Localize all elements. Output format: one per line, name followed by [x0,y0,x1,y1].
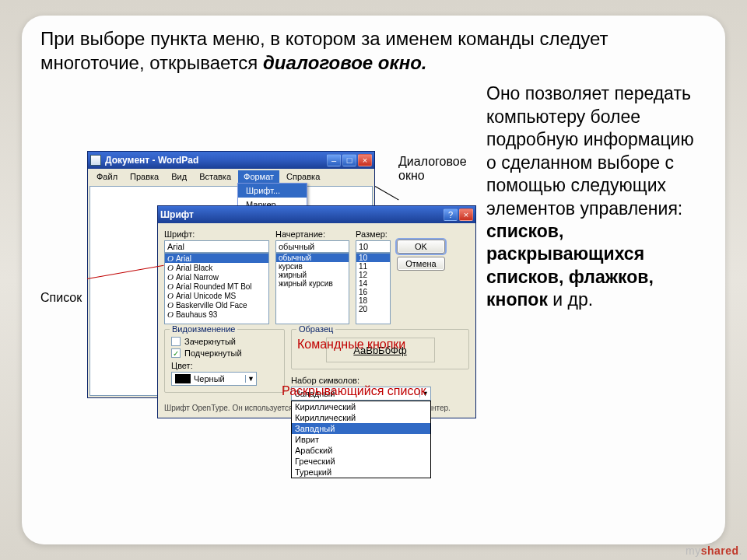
minimize-button[interactable]: – [327,154,341,166]
help-button[interactable]: ? [444,208,458,221]
size-listbox[interactable]: 10 11 12 14 16 18 20 [356,253,391,324]
list-item[interactable]: 16 [356,288,390,296]
menu-format[interactable]: Формат [238,170,279,183]
callout-list: Список [40,291,82,305]
list-item[interactable]: OArial Rounded MT Bol [165,282,268,291]
label-color: Цвет: [171,361,278,370]
color-name: Черный [194,374,225,383]
list-item[interactable]: OArial Unicode MS [165,291,268,300]
color-dropdown[interactable]: Черный ▼ [171,372,257,386]
list-item[interactable]: 14 [356,279,390,288]
explanation-text: Оно позволяет передать компьютеру более … [486,81,707,311]
list-item[interactable]: Кириллический [292,412,430,423]
list-item[interactable]: 11 [356,262,390,271]
list-item[interactable]: Кириллический [292,401,430,412]
checkbox-icon [171,337,181,346]
menu-file[interactable]: Файл [91,170,123,183]
ok-button[interactable]: OK [397,240,445,254]
list-item[interactable]: жирный курсив [276,279,349,288]
list-item[interactable]: курсив [276,262,349,271]
label-style: Начертание: [275,229,349,239]
script-dropdown-open: Кириллический Кириллический Западный Ивр… [291,401,431,478]
list-item[interactable]: OArial Black [165,263,268,272]
callout-dropdown: Раскрывающийся список [282,384,426,398]
screenshot-area: Документ - WordPad – □ × Файл Правка Вид… [40,81,472,311]
menu-help[interactable]: Справка [281,170,325,183]
effects-group: Видоизменение Зачеркнутый ✓ Подчеркнутый… [164,329,285,393]
cancel-button[interactable]: Отмена [397,257,445,271]
strike-checkbox[interactable]: Зачеркнутый [171,337,278,346]
list-item[interactable]: Турецкий [292,467,430,478]
document-icon [90,155,101,166]
list-item[interactable]: Западный [292,423,430,434]
list-item[interactable]: OBaskerville Old Face [165,300,268,310]
wordpad-title: Документ - WordPad [105,155,327,166]
dialog-close-button[interactable]: × [459,208,473,221]
list-item[interactable]: OBauhaus 93 [165,310,268,319]
chevron-down-icon: ▼ [245,375,256,383]
wordpad-menubar: Файл Правка Вид Вставка Формат Справка [88,169,374,184]
intro-text: При выборе пункта меню, в котором за име… [40,26,707,75]
list-item[interactable]: OArial Narrow [165,272,268,282]
menu-item-font[interactable]: Шрифт... [238,184,307,198]
font-size-input[interactable] [356,240,391,253]
font-style-input[interactable] [275,240,349,253]
label-effects: Видоизменение [170,324,237,334]
checkbox-icon: ✓ [171,348,181,358]
font-glyph-icon: O [167,254,174,263]
intro-emph: диалоговое окно. [263,52,427,73]
color-swatch-icon [175,374,191,383]
label-font: Шрифт: [164,229,269,239]
list-item[interactable]: Греческий [292,456,430,467]
list-item[interactable]: OArial [165,254,268,263]
underline-checkbox[interactable]: ✓ Подчеркнутый [171,348,278,358]
menu-edit[interactable]: Правка [124,170,164,183]
list-item[interactable]: Арабский [292,445,430,456]
list-item[interactable]: 12 [356,271,390,279]
menu-insert[interactable]: Вставка [194,170,237,183]
label-sample: Образец [296,324,335,334]
callout-cmd-buttons: Командные кнопки [297,338,405,352]
list-item[interactable]: 18 [356,296,390,305]
menu-view[interactable]: Вид [166,170,192,183]
font-dialog-titlebar[interactable]: Шрифт ? × [158,206,475,223]
list-item[interactable]: 10 [356,254,390,262]
label-size: Размер: [356,229,391,239]
wordpad-titlebar[interactable]: Документ - WordPad – □ × [88,152,374,169]
close-button[interactable]: × [358,154,372,166]
list-item[interactable]: жирный [276,271,349,279]
font-name-input[interactable] [164,240,269,253]
maximize-button[interactable]: □ [342,154,356,166]
list-item[interactable]: Иврит [292,434,430,445]
callout-dialog-window: Диалоговое окно [398,155,467,182]
font-dialog-title: Шрифт [160,209,444,220]
font-listbox[interactable]: OArial OArial Black OArial Narrow OArial… [164,253,269,324]
list-item[interactable]: 20 [356,305,390,313]
watermark: myshared. [686,544,742,557]
style-listbox[interactable]: обычный курсив жирный жирный курсив [275,253,349,324]
list-item[interactable]: обычный [276,254,349,262]
